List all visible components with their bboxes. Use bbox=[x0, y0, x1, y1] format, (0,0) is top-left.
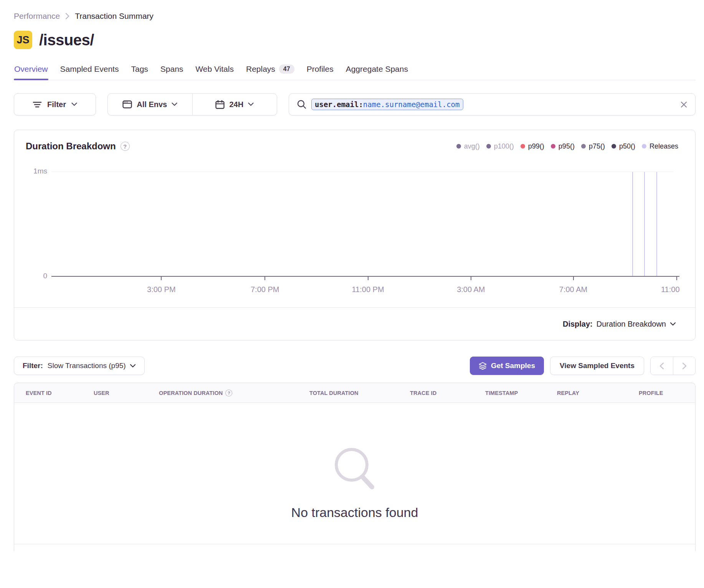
tab-label: Profiles bbox=[307, 64, 334, 74]
release-line[interactable] bbox=[632, 172, 633, 276]
x-axis-tick bbox=[161, 277, 162, 280]
transaction-filter-value: Slow Transactions (p95) bbox=[48, 362, 126, 370]
view-sampled-events-button[interactable]: View Sampled Events bbox=[550, 357, 644, 375]
x-axis-tick bbox=[471, 277, 471, 280]
column-header-timestamp: TIMESTAMP bbox=[485, 390, 557, 396]
legend-item-p75[interactable]: p75() bbox=[581, 142, 605, 150]
legend-item-releases[interactable]: Releases bbox=[642, 142, 678, 150]
chevron-down-icon bbox=[130, 364, 136, 368]
chart-title: Duration Breakdown bbox=[26, 141, 116, 152]
legend-item-p100[interactable]: p100() bbox=[486, 142, 514, 150]
tab-profiles[interactable]: Profiles bbox=[306, 61, 334, 80]
transaction-filter-dropdown[interactable]: Filter: Slow Transactions (p95) bbox=[14, 357, 145, 375]
release-line[interactable] bbox=[656, 172, 657, 276]
x-axis-label: 3:00 PM bbox=[147, 285, 175, 294]
chevron-down-icon bbox=[248, 102, 254, 106]
tab-label: Aggregate Spans bbox=[346, 64, 408, 74]
legend-dot bbox=[611, 144, 616, 149]
x-axis-tick bbox=[368, 277, 369, 280]
column-label: TOTAL DURATION bbox=[309, 390, 359, 396]
column-header-replay: REPLAY bbox=[557, 390, 639, 396]
column-label: PROFILE bbox=[639, 390, 663, 396]
title-row: JS /issues/ bbox=[14, 31, 696, 49]
next-page-button[interactable] bbox=[673, 357, 695, 375]
transaction-summary-page: Performance Transaction Summary JS /issu… bbox=[0, 0, 704, 588]
tab-label: Overview bbox=[14, 64, 48, 74]
breadcrumb-transaction-summary: Transaction Summary bbox=[75, 12, 154, 21]
x-axis-label: 7:00 PM bbox=[251, 285, 279, 294]
layers-icon bbox=[479, 362, 487, 370]
tab-tags[interactable]: Tags bbox=[131, 61, 148, 80]
magnifier-empty-icon bbox=[331, 446, 378, 494]
search-input[interactable]: user.email: name.surname@email.com bbox=[289, 93, 696, 116]
x-axis-tick bbox=[264, 277, 265, 280]
display-label: Display: bbox=[563, 320, 593, 329]
pagination bbox=[650, 357, 696, 375]
display-mode-dropdown[interactable]: Duration Breakdown bbox=[597, 320, 676, 329]
legend-dot bbox=[456, 144, 461, 149]
breadcrumb: Performance Transaction Summary bbox=[14, 12, 696, 21]
legend-dot bbox=[486, 144, 491, 149]
legend-item-p95[interactable]: p95() bbox=[551, 142, 575, 150]
breadcrumb-performance[interactable]: Performance bbox=[14, 12, 60, 21]
x-axis-label: 7:00 AM bbox=[559, 285, 587, 294]
replays-count-badge: 47 bbox=[279, 64, 294, 74]
chart-header: Duration Breakdown ? avg()p100()p99()p95… bbox=[14, 130, 695, 152]
tab-aggregate-spans[interactable]: Aggregate Spans bbox=[345, 61, 408, 80]
environment-selector[interactable]: All Envs bbox=[108, 94, 192, 115]
tab-sampled-events[interactable]: Sampled Events bbox=[60, 61, 119, 80]
calendar-icon bbox=[215, 100, 225, 109]
legend-item-p50[interactable]: p50() bbox=[611, 142, 635, 150]
column-header-event-id: EVENT ID bbox=[26, 390, 94, 396]
x-axis-layer: 3:00 PM7:00 PM11:00 PM3:00 AM7:00 AM11:0… bbox=[51, 160, 679, 298]
date-range-selector[interactable]: 24H bbox=[193, 94, 277, 115]
tab-web-vitals[interactable]: Web Vitals bbox=[195, 61, 234, 80]
legend-item-p99[interactable]: p99() bbox=[521, 142, 544, 150]
column-header-operation-duration: OPERATION DURATION? bbox=[159, 390, 309, 396]
tab-spans[interactable]: Spans bbox=[160, 61, 184, 80]
previous-page-button[interactable] bbox=[651, 357, 673, 375]
search-token-key: user.email: bbox=[315, 100, 363, 109]
tab-label: Replays bbox=[246, 64, 275, 74]
filter-bar: Filter All Envs bbox=[14, 93, 696, 116]
tab-replays[interactable]: Replays47 bbox=[246, 61, 295, 80]
display-value: Duration Breakdown bbox=[597, 320, 666, 329]
clear-search-icon[interactable] bbox=[680, 101, 687, 108]
get-samples-button[interactable]: Get Samples bbox=[470, 357, 544, 375]
legend-label: Releases bbox=[649, 142, 678, 150]
column-label: TIMESTAMP bbox=[485, 390, 518, 396]
filter-button[interactable]: Filter bbox=[14, 93, 96, 116]
date-range-value: 24H bbox=[229, 100, 243, 109]
platform-javascript-badge: JS bbox=[14, 31, 32, 49]
help-icon[interactable]: ? bbox=[121, 142, 130, 151]
environment-value: All Envs bbox=[137, 100, 167, 109]
x-axis-label: 11:00 PM bbox=[352, 285, 384, 294]
tab-label: Tags bbox=[131, 64, 148, 74]
transaction-filter-label: Filter: bbox=[23, 362, 43, 370]
x-axis-tick bbox=[573, 277, 574, 280]
page-title: /issues/ bbox=[39, 31, 94, 49]
search-filter-token[interactable]: user.email: name.surname@email.com bbox=[311, 99, 463, 110]
legend-label: p75() bbox=[589, 142, 605, 150]
legend-label: p100() bbox=[494, 142, 514, 150]
tab-label: Sampled Events bbox=[60, 64, 119, 74]
tab-overview[interactable]: Overview bbox=[14, 61, 48, 80]
x-axis-label: 11:00 AM bbox=[661, 285, 679, 294]
column-label: OPERATION DURATION bbox=[159, 390, 223, 396]
tab-label: Spans bbox=[160, 64, 183, 74]
legend-label: p50() bbox=[619, 142, 635, 150]
help-icon[interactable]: ? bbox=[225, 390, 232, 396]
column-label: EVENT ID bbox=[26, 390, 52, 396]
y-axis-label: 0 bbox=[14, 272, 47, 280]
legend-dot bbox=[642, 144, 646, 149]
filter-button-label: Filter bbox=[47, 100, 66, 109]
column-header-profile: PROFILE bbox=[639, 390, 695, 396]
filter-lines-icon bbox=[33, 101, 42, 108]
search-icon bbox=[297, 99, 307, 109]
chart-footer: Display: Duration Breakdown bbox=[14, 307, 695, 340]
legend-item-avg[interactable]: avg() bbox=[456, 142, 480, 150]
env-date-picker-group: All Envs 24H bbox=[107, 93, 277, 116]
column-header-trace-id: TRACE ID bbox=[410, 390, 485, 396]
release-line[interactable] bbox=[644, 172, 645, 276]
tabs: OverviewSampled EventsTagsSpansWeb Vital… bbox=[14, 61, 696, 80]
